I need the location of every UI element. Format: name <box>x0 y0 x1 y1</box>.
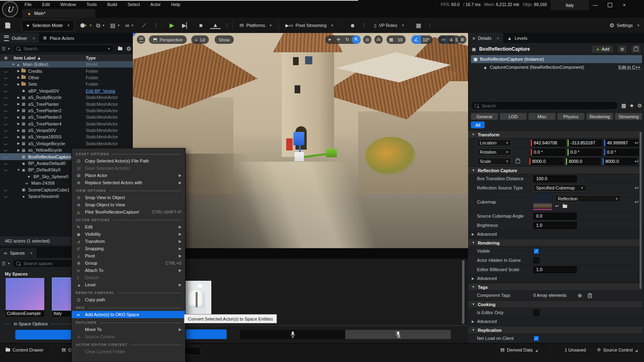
menubar-item-select[interactable]: Select <box>122 0 145 9</box>
perspective-dropdown[interactable]: ⬒ Perspective <box>149 35 187 44</box>
trash-icon[interactable] <box>588 293 592 298</box>
rotation-y-field[interactable]: 0.0 ° <box>568 149 602 156</box>
outliner-search-input[interactable] <box>23 46 103 51</box>
lit-dropdown[interactable]: ◐ Lit <box>191 35 209 44</box>
reset-icon[interactable]: ↩ <box>635 140 639 146</box>
expander-icon[interactable]: ▶ <box>17 96 21 99</box>
grid-snap-value[interactable]: 10 <box>396 37 406 42</box>
location-x-field[interactable]: 842.640708 <box>531 140 566 146</box>
actor-hidden-checkbox[interactable] <box>533 257 539 263</box>
expander-icon[interactable]: ▶ <box>17 69 21 73</box>
unsaved-button[interactable]: 1 Unsaved <box>560 346 588 354</box>
context-menu-item[interactable]: ▲Level▶ <box>72 281 185 288</box>
shared-space-thumbnail[interactable] <box>183 281 211 316</box>
scale-x-field[interactable]: 8000.0 <box>529 158 564 165</box>
menubar-item-help[interactable]: Help <box>166 0 186 9</box>
eye-closed-icon[interactable] <box>0 116 11 118</box>
brightness-field[interactable]: 1.0 <box>533 222 577 229</box>
edit-blueprint-link[interactable]: Edit BP_Vespa <box>86 88 115 93</box>
eye-closed-icon[interactable] <box>0 129 11 132</box>
eye-closed-icon[interactable] <box>0 76 11 79</box>
advanced-toggle[interactable]: ▶Advanced <box>468 317 642 326</box>
close-button[interactable]: × <box>619 1 630 9</box>
eye-closed-icon[interactable] <box>0 156 11 158</box>
section-cooking[interactable]: ▼Cooking <box>468 301 642 308</box>
filter-chip-misc[interactable]: Misc <box>528 113 555 120</box>
eye-closed-icon[interactable] <box>0 142 11 145</box>
outliner-settings-icon[interactable]: ⚙ <box>126 45 131 52</box>
context-menu-item[interactable]: ⊞Place Actor▶ <box>72 172 185 179</box>
expander-icon[interactable]: ▼ <box>17 168 21 172</box>
camera-speed-control[interactable]: ▭ 4 <box>439 35 456 44</box>
surface-snapping-icon[interactable]: ⁂ <box>374 35 383 44</box>
context-menu-item[interactable]: ◉Visibility▶ <box>72 230 185 238</box>
cubemap-thumbnail[interactable] <box>533 194 552 210</box>
gizmo-y-handle[interactable] <box>326 149 337 157</box>
level-tab[interactable]: ▲ Main* <box>22 9 95 18</box>
box-transition-distance-field[interactable]: 100.0 <box>533 175 577 182</box>
instance-row[interactable]: ▣ BoxReflectionCapture (Instance) <box>471 55 642 63</box>
select-tool-icon[interactable]: ➤ <box>324 35 335 45</box>
outliner-row[interactable]: ▶▦aS_TreePlanter3StaticMeshActor <box>0 114 133 120</box>
eye-closed-icon[interactable] <box>0 195 11 197</box>
scale-z-field[interactable]: 8000.0 <box>603 158 637 165</box>
minimize-button[interactable]: — <box>590 1 601 9</box>
rotation-snap-icon[interactable]: ∠ <box>411 35 421 44</box>
settings-dropdown[interactable]: ⚙ Settings ▼ <box>609 22 640 29</box>
toolbar-overflow-icon[interactable]: ⋮ <box>153 23 158 28</box>
eye-closed-icon[interactable] <box>0 83 11 85</box>
outliner-row[interactable]: ▶▦aS_VintageBicycleStaticMeshActor <box>0 140 133 147</box>
expander-icon[interactable]: ▶ <box>17 148 21 152</box>
selection-mode-dropdown[interactable]: ➤ Selection Mode ▼ <box>22 20 74 31</box>
cubemap-asset-dropdown[interactable]: Reflection▼ <box>555 195 621 202</box>
add-component-button[interactable]: ＋ Add <box>591 45 614 53</box>
outliner-row[interactable]: ▶▦aS_RustyBicycleStaticMeshActor <box>0 94 133 101</box>
source-cubemap-angle-field[interactable]: 0.0 <box>533 213 577 220</box>
advanced-toggle[interactable]: ▶Advanced <box>468 230 642 239</box>
context-menu-item[interactable]: ∪Attach To▶ <box>72 267 185 274</box>
rotate-tool-icon[interactable]: ↻ <box>343 35 352 44</box>
context-menu-item[interactable]: Move To▶ <box>72 326 185 333</box>
outliner-row[interactable]: ☻aBP_Vespa50VEdit BP_Vespa <box>0 88 133 94</box>
section-reflection-capture[interactable]: ▼Reflection Capture <box>468 167 642 174</box>
outliner-row[interactable]: ▶▦aS_TreePlanterStaticMeshActor <box>0 101 133 107</box>
section-replication[interactable]: ▼Replication <box>468 327 642 334</box>
net-load-checkbox[interactable]: ✓ <box>533 335 539 341</box>
context-menu-item[interactable]: ✎Edit▶ <box>72 223 185 230</box>
menubar-item-edit[interactable]: Edit <box>37 0 55 9</box>
eject-button[interactable]: ▲ <box>210 22 221 29</box>
expander-icon[interactable]: ▶ <box>17 102 21 106</box>
context-menu-item[interactable]: ◬Pilot 'BoxReflectionCapture'CTRL+SHIFT+… <box>72 208 185 216</box>
eye-closed-icon[interactable] <box>0 123 11 125</box>
context-menu-item[interactable]: ⊂Snapping▶ <box>72 245 185 252</box>
context-menu-item[interactable]: ⊡Copy Selected Actor(s) File Path <box>72 157 185 165</box>
reflection-source-type-dropdown[interactable]: Specified Cubemap▼ <box>533 184 586 191</box>
menubar-item-window[interactable]: Window <box>55 0 81 9</box>
expander-icon[interactable]: ▶ <box>17 76 21 79</box>
stop-button[interactable]: ■ <box>196 20 206 31</box>
outliner-row[interactable]: ▶CreditsFolder <box>0 68 133 74</box>
save-icon[interactable] <box>2 20 13 31</box>
filter-chip-rendering[interactable]: Rendering <box>586 113 613 120</box>
space-card[interactable]: CollisionExample <box>6 278 44 317</box>
maximize-viewport-icon[interactable]: ⊞ <box>458 35 466 44</box>
eye-closed-icon[interactable] <box>0 189 11 191</box>
play-button[interactable]: ▶ <box>167 20 177 31</box>
scale-lock-icon[interactable] <box>516 160 520 163</box>
details-settings-icon[interactable]: ⚙ <box>637 103 642 109</box>
new-folder-icon[interactable] <box>116 43 124 54</box>
scale-tool-icon[interactable]: ⇱ <box>352 35 361 44</box>
collaborators-icon[interactable]: ☻ <box>347 20 358 31</box>
filter-icon[interactable]: ☰▼ <box>2 46 10 51</box>
microphone-muted-button[interactable] <box>345 330 451 339</box>
gizmo-origin[interactable] <box>295 152 304 161</box>
menubar-item-build[interactable]: Build <box>102 0 122 9</box>
gizmo-x-handle[interactable] <box>286 138 293 150</box>
outliner-row[interactable]: ▶SetsFolder <box>0 81 133 87</box>
pixel-streaming-dropdown[interactable]: ▶▭ Pixel Streaming ▼ <box>282 23 337 28</box>
cinematics-dropdown[interactable]: ▤▼ <box>110 20 120 31</box>
platforms-dropdown[interactable]: 🎮︎ Platforms ▼ <box>236 23 275 28</box>
expander-icon[interactable]: ▶ <box>17 135 21 139</box>
tab-spaces[interactable]: ∞ Spaces × <box>0 248 37 258</box>
eye-closed-icon[interactable] <box>0 162 11 165</box>
